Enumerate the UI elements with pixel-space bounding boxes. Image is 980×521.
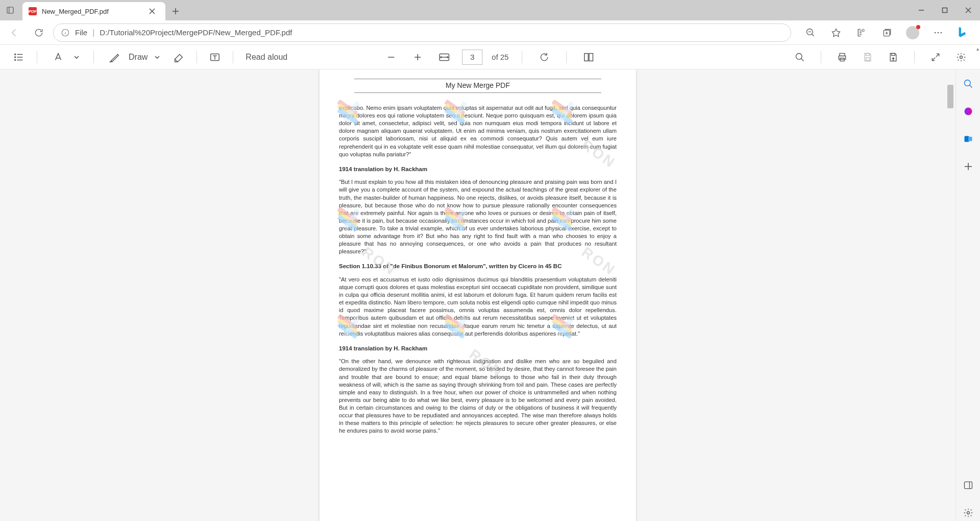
svg-point-45 <box>796 53 802 59</box>
svg-point-26 <box>941 32 942 33</box>
site-info-icon[interactable] <box>61 28 70 37</box>
find-button[interactable] <box>791 49 808 66</box>
read-aloud-button[interactable]: Read aloud <box>242 53 290 62</box>
body-text: explicabo. Nemo enim ipsam voluptatem qu… <box>339 104 617 158</box>
fit-width-button[interactable] <box>435 49 453 66</box>
page-header: My New Merge PDF <box>354 79 601 93</box>
save-button[interactable] <box>859 49 876 66</box>
zoom-out-indicator-icon[interactable] <box>801 23 820 42</box>
save-as-button[interactable] <box>885 49 902 66</box>
viewer-scrollbar[interactable] <box>946 69 954 521</box>
separator <box>914 51 915 63</box>
svg-rect-43 <box>584 53 588 61</box>
svg-point-55 <box>960 56 963 58</box>
bing-chat-button[interactable] <box>951 22 972 43</box>
svg-line-57 <box>969 85 972 88</box>
contents-button[interactable] <box>10 49 28 66</box>
refresh-button[interactable] <box>29 22 49 43</box>
svg-rect-7 <box>943 8 947 13</box>
svg-rect-44 <box>590 53 593 61</box>
draw-dropdown[interactable] <box>153 49 162 66</box>
svg-rect-0 <box>7 7 13 13</box>
sidebar-toggle-button[interactable] <box>960 477 976 493</box>
toolbar-scroll-up-icon[interactable]: ▴ <box>976 46 979 52</box>
new-tab-button[interactable] <box>165 2 186 20</box>
add-text-button[interactable] <box>206 49 224 66</box>
page-view-button[interactable] <box>580 49 598 66</box>
svg-point-27 <box>15 54 16 55</box>
separator <box>233 51 233 63</box>
svg-point-24 <box>935 32 936 33</box>
tab-actions-button[interactable] <box>0 0 20 20</box>
favorites-list-button[interactable] <box>852 23 871 42</box>
minimize-button[interactable] <box>910 0 933 20</box>
url-text: D:/Tutorial%20Project/MergePDF/New_Merge… <box>100 28 292 37</box>
zoom-out-button[interactable] <box>382 49 400 66</box>
separator <box>37 51 37 63</box>
page-number-input[interactable] <box>462 50 482 65</box>
avatar-icon <box>906 26 919 39</box>
close-window-button[interactable] <box>957 0 980 20</box>
profile-button[interactable] <box>903 23 922 42</box>
print-button[interactable] <box>834 49 851 66</box>
erase-button[interactable] <box>170 49 187 66</box>
edge-sidebar <box>955 69 980 521</box>
svg-line-54 <box>932 57 935 60</box>
zoom-in-button[interactable] <box>409 49 426 66</box>
tab-title: New_Merged_PDF.pdf <box>42 8 140 15</box>
svg-line-34 <box>175 59 178 62</box>
svg-rect-50 <box>866 53 870 55</box>
browser-tab[interactable]: PDF New_Merged_PDF.pdf <box>22 2 165 20</box>
sidebar-outlook-button[interactable] <box>960 131 976 147</box>
svg-point-29 <box>15 59 16 60</box>
page-total-label: of 25 <box>492 53 508 61</box>
pdf-file-icon: PDF <box>29 7 37 15</box>
svg-rect-60 <box>968 137 972 141</box>
draw-button[interactable] <box>106 49 124 66</box>
rotate-button[interactable] <box>536 49 553 66</box>
titlebar: PDF New_Merged_PDF.pdf <box>0 0 980 20</box>
fullscreen-button[interactable] <box>927 49 944 66</box>
maximize-button[interactable] <box>933 0 957 20</box>
sidebar-copilot-button[interactable] <box>960 103 976 120</box>
section-heading: 1914 translation by H. Rackham <box>339 165 617 174</box>
body-text: "At vero eos et accusamus et iusto odio … <box>339 276 617 338</box>
svg-point-56 <box>964 80 970 86</box>
sidebar-add-button[interactable] <box>960 158 976 175</box>
svg-line-53 <box>936 54 939 57</box>
more-button[interactable] <box>929 23 947 42</box>
body-text: "But I must explain to you how all this … <box>339 178 617 255</box>
collections-button[interactable] <box>878 23 896 42</box>
url-scheme: File <box>75 28 87 37</box>
svg-rect-52 <box>892 53 895 55</box>
section-heading: Section 1.10.33 of "de Finibus Bonorum e… <box>339 263 617 271</box>
scrollbar-thumb[interactable] <box>947 85 953 108</box>
main-region: RON RON RON RON My New Merge PDF explica… <box>0 69 980 521</box>
close-tab-button[interactable] <box>145 4 159 18</box>
separator <box>522 51 523 63</box>
address-field[interactable]: File | D:/Tutorial%20Project/MergePDF/Ne… <box>53 23 791 42</box>
favorite-button[interactable] <box>827 23 845 42</box>
back-button[interactable] <box>4 22 24 43</box>
svg-rect-51 <box>866 57 870 60</box>
svg-marker-16 <box>832 29 840 36</box>
section-heading: 1914 translation by H. Rackham <box>339 345 617 353</box>
window-controls <box>910 0 980 20</box>
svg-point-28 <box>15 57 16 58</box>
svg-line-46 <box>801 58 804 61</box>
svg-rect-63 <box>964 482 972 488</box>
sidebar-settings-button[interactable] <box>960 505 976 521</box>
highlight-button[interactable] <box>50 49 67 66</box>
sidebar-search-button[interactable] <box>960 76 976 92</box>
pdf-settings-button[interactable] <box>952 49 970 66</box>
pdf-viewer[interactable]: RON RON RON RON My New Merge PDF explica… <box>0 69 955 521</box>
svg-point-65 <box>967 512 969 514</box>
body-text: "On the other hand, we denounce with rig… <box>339 358 617 435</box>
url-separator: | <box>92 28 94 37</box>
separator <box>93 51 94 63</box>
separator <box>821 51 821 63</box>
highlight-dropdown[interactable] <box>72 49 81 66</box>
pdf-page: RON RON RON RON My New Merge PDF explica… <box>320 69 636 521</box>
draw-label: Draw <box>129 53 148 62</box>
address-bar: File | D:/Tutorial%20Project/MergePDF/Ne… <box>0 20 980 45</box>
